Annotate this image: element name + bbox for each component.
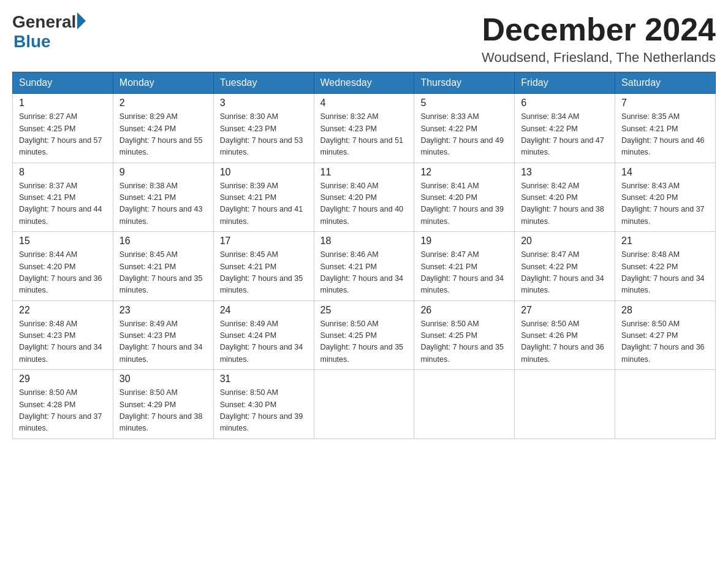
day-number: 13 [521,167,609,178]
day-number: 1 [19,98,107,109]
day-info: Sunrise: 8:45 AMSunset: 4:21 PMDaylight:… [220,249,308,297]
day-number: 26 [420,305,508,316]
day-info: Sunrise: 8:38 AMSunset: 4:21 PMDaylight:… [119,180,207,228]
day-number: 5 [420,98,508,109]
calendar-cell: 16Sunrise: 8:45 AMSunset: 4:21 PMDayligh… [113,232,213,301]
calendar-cell: 14Sunrise: 8:43 AMSunset: 4:20 PMDayligh… [615,163,716,232]
calendar-cell: 7Sunrise: 8:35 AMSunset: 4:21 PMDaylight… [615,94,716,163]
calendar-cell: 28Sunrise: 8:50 AMSunset: 4:27 PMDayligh… [615,301,716,370]
week-row-4: 22Sunrise: 8:48 AMSunset: 4:23 PMDayligh… [13,301,716,370]
calendar-cell: 13Sunrise: 8:42 AMSunset: 4:20 PMDayligh… [515,163,615,232]
calendar-cell: 21Sunrise: 8:48 AMSunset: 4:22 PMDayligh… [615,232,716,301]
day-number: 30 [119,373,207,385]
day-info: Sunrise: 8:44 AMSunset: 4:20 PMDaylight:… [19,249,107,297]
day-number: 25 [320,305,408,316]
calendar-cell: 8Sunrise: 8:37 AMSunset: 4:21 PMDaylight… [13,163,113,232]
calendar-cell: 27Sunrise: 8:50 AMSunset: 4:26 PMDayligh… [515,301,615,370]
calendar-cell: 11Sunrise: 8:40 AMSunset: 4:20 PMDayligh… [314,163,414,232]
day-number: 14 [621,167,709,178]
day-number: 28 [621,305,709,316]
logo-blue-text: Blue [13,32,51,52]
day-info: Sunrise: 8:32 AMSunset: 4:23 PMDaylight:… [320,111,408,159]
day-number: 24 [220,305,308,316]
calendar-cell: 5Sunrise: 8:33 AMSunset: 4:22 PMDaylight… [414,94,515,163]
calendar-cell: 18Sunrise: 8:46 AMSunset: 4:21 PMDayligh… [314,232,414,301]
day-info: Sunrise: 8:50 AMSunset: 4:29 PMDaylight:… [119,387,207,435]
calendar-cell [314,370,414,439]
day-number: 7 [621,98,709,109]
day-info: Sunrise: 8:43 AMSunset: 4:20 PMDaylight:… [621,180,709,228]
day-number: 4 [320,98,408,109]
day-number: 31 [220,373,308,385]
day-info: Sunrise: 8:50 AMSunset: 4:26 PMDaylight:… [521,318,609,366]
calendar-cell: 19Sunrise: 8:47 AMSunset: 4:21 PMDayligh… [414,232,515,301]
day-number: 3 [220,98,308,109]
day-info: Sunrise: 8:47 AMSunset: 4:22 PMDaylight:… [521,249,609,297]
day-number: 16 [119,236,207,247]
calendar-cell: 6Sunrise: 8:34 AMSunset: 4:22 PMDaylight… [515,94,615,163]
calendar-cell [615,370,716,439]
location-text: Woudsend, Friesland, The Netherlands [482,50,716,66]
header-day-friday: Friday [515,72,615,94]
day-number: 17 [220,236,308,247]
day-number: 18 [320,236,408,247]
day-number: 2 [119,98,207,109]
calendar-cell: 3Sunrise: 8:30 AMSunset: 4:23 PMDaylight… [213,94,314,163]
day-number: 23 [119,305,207,316]
week-row-1: 1Sunrise: 8:27 AMSunset: 4:25 PMDaylight… [13,94,716,163]
day-info: Sunrise: 8:35 AMSunset: 4:21 PMDaylight:… [621,111,709,159]
title-block: December 2024 Woudsend, Friesland, The N… [482,12,716,66]
calendar-cell: 24Sunrise: 8:49 AMSunset: 4:24 PMDayligh… [213,301,314,370]
day-info: Sunrise: 8:46 AMSunset: 4:21 PMDaylight:… [320,249,408,297]
day-info: Sunrise: 8:50 AMSunset: 4:30 PMDaylight:… [220,387,308,435]
calendar-cell: 23Sunrise: 8:49 AMSunset: 4:23 PMDayligh… [113,301,213,370]
day-info: Sunrise: 8:50 AMSunset: 4:27 PMDaylight:… [621,318,709,366]
day-info: Sunrise: 8:27 AMSunset: 4:25 PMDaylight:… [19,111,107,159]
day-info: Sunrise: 8:49 AMSunset: 4:23 PMDaylight:… [119,318,207,366]
calendar-cell: 2Sunrise: 8:29 AMSunset: 4:24 PMDaylight… [113,94,213,163]
logo-arrow-icon [77,12,86,29]
logo-row1: General [12,12,86,32]
day-info: Sunrise: 8:37 AMSunset: 4:21 PMDaylight:… [19,180,107,228]
day-info: Sunrise: 8:29 AMSunset: 4:24 PMDaylight:… [119,111,207,159]
calendar-cell: 1Sunrise: 8:27 AMSunset: 4:25 PMDaylight… [13,94,113,163]
week-row-2: 8Sunrise: 8:37 AMSunset: 4:21 PMDaylight… [13,163,716,232]
day-info: Sunrise: 8:40 AMSunset: 4:20 PMDaylight:… [320,180,408,228]
day-number: 6 [521,98,609,109]
day-number: 29 [19,373,107,385]
day-number: 19 [420,236,508,247]
day-number: 22 [19,305,107,316]
day-info: Sunrise: 8:42 AMSunset: 4:20 PMDaylight:… [521,180,609,228]
logo: General Blue [12,12,86,52]
day-number: 8 [19,167,107,178]
month-title: December 2024 [482,12,716,47]
calendar-cell: 26Sunrise: 8:50 AMSunset: 4:25 PMDayligh… [414,301,515,370]
header-day-thursday: Thursday [414,72,515,94]
week-row-5: 29Sunrise: 8:50 AMSunset: 4:28 PMDayligh… [13,370,716,439]
day-info: Sunrise: 8:33 AMSunset: 4:22 PMDaylight:… [420,111,508,159]
day-number: 27 [521,305,609,316]
day-info: Sunrise: 8:39 AMSunset: 4:21 PMDaylight:… [220,180,308,228]
day-info: Sunrise: 8:49 AMSunset: 4:24 PMDaylight:… [220,318,308,366]
logo-general-text: General [12,12,76,32]
day-info: Sunrise: 8:50 AMSunset: 4:28 PMDaylight:… [19,387,107,435]
header-row: SundayMondayTuesdayWednesdayThursdayFrid… [13,72,716,94]
day-number: 21 [621,236,709,247]
week-row-3: 15Sunrise: 8:44 AMSunset: 4:20 PMDayligh… [13,232,716,301]
day-info: Sunrise: 8:47 AMSunset: 4:21 PMDaylight:… [420,249,508,297]
header-day-tuesday: Tuesday [213,72,314,94]
calendar-cell: 10Sunrise: 8:39 AMSunset: 4:21 PMDayligh… [213,163,314,232]
day-info: Sunrise: 8:34 AMSunset: 4:22 PMDaylight:… [521,111,609,159]
calendar-cell: 31Sunrise: 8:50 AMSunset: 4:30 PMDayligh… [213,370,314,439]
header-day-monday: Monday [113,72,213,94]
day-number: 12 [420,167,508,178]
calendar-cell: 29Sunrise: 8:50 AMSunset: 4:28 PMDayligh… [13,370,113,439]
calendar-cell: 30Sunrise: 8:50 AMSunset: 4:29 PMDayligh… [113,370,213,439]
header-day-sunday: Sunday [13,72,113,94]
header-day-wednesday: Wednesday [314,72,414,94]
day-info: Sunrise: 8:45 AMSunset: 4:21 PMDaylight:… [119,249,207,297]
day-info: Sunrise: 8:48 AMSunset: 4:22 PMDaylight:… [621,249,709,297]
calendar-cell [414,370,515,439]
day-info: Sunrise: 8:48 AMSunset: 4:23 PMDaylight:… [19,318,107,366]
day-info: Sunrise: 8:41 AMSunset: 4:20 PMDaylight:… [420,180,508,228]
